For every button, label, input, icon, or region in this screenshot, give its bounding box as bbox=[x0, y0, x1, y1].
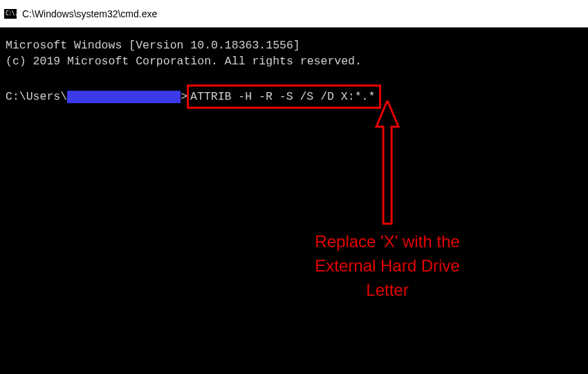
window-title-bar: C:\. C:\Windows\system32\cmd.exe bbox=[0, 0, 588, 28]
terminal-line-version: Microsoft Windows [Version 10.0.18363.15… bbox=[6, 37, 582, 53]
prompt-prefix: C:\Users\ bbox=[6, 89, 67, 105]
annotation-text: Replace 'X' with the External Hard Drive… bbox=[297, 230, 477, 302]
annotation-line-3: Letter bbox=[297, 278, 477, 303]
cmd-icon: C:\. bbox=[4, 9, 17, 19]
window-title-text: C:\Windows\system32\cmd.exe bbox=[22, 8, 157, 19]
command-text: ATTRIB -H -R -S /S /D X:*.* bbox=[190, 90, 375, 103]
annotation-line-1: Replace 'X' with the bbox=[297, 230, 477, 254]
username-redacted bbox=[67, 91, 181, 103]
annotation-line-2: External Hard Drive bbox=[297, 254, 477, 278]
terminal-prompt-line: C:\Users\>ATTRIB -H -R -S /S /D X:*.* bbox=[6, 84, 582, 109]
terminal-line-copyright: (c) 2019 Microsoft Corporation. All righ… bbox=[6, 53, 582, 69]
cmd-icon-label: C:\. bbox=[6, 10, 17, 17]
terminal-area[interactable]: Microsoft Windows [Version 10.0.18363.15… bbox=[0, 28, 588, 374]
command-highlight-box: ATTRIB -H -R -S /S /D X:*.* bbox=[187, 84, 381, 109]
annotation-arrow bbox=[374, 100, 401, 225]
